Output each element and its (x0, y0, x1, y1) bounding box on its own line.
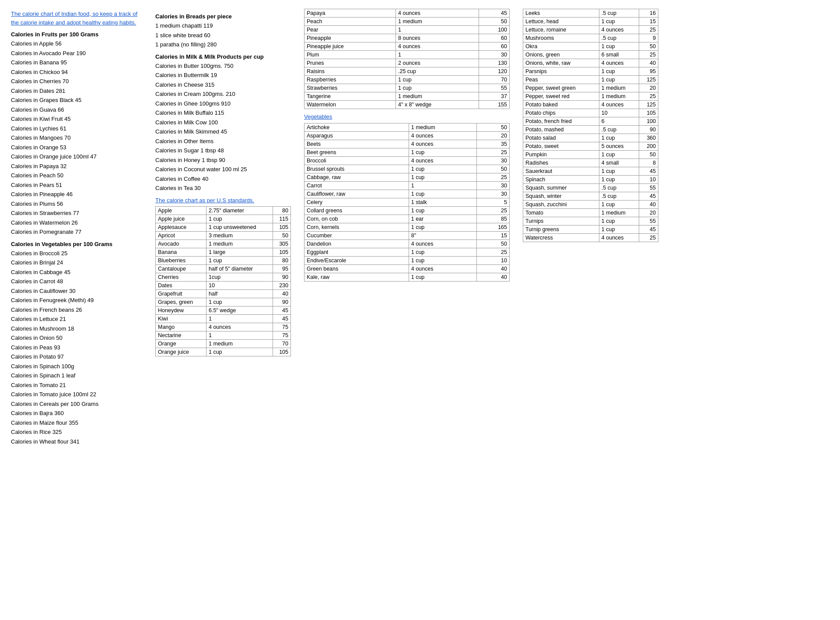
table-row: Banana1 large105 (156, 248, 291, 257)
veg-list: Calories in Broccoli 25Calories in Brinj… (11, 249, 142, 446)
table-cell: 4 ounces (409, 156, 476, 165)
table-cell: Banana (156, 248, 206, 257)
table-cell: 90 (639, 126, 658, 134)
table-cell: 8" (409, 231, 476, 240)
table-cell: 1cup (206, 273, 273, 282)
table-cell: 1 cup (599, 151, 639, 159)
table-cell: Cantaloupe (156, 265, 206, 273)
table-row: Pepper, sweet green1 medium20 (523, 84, 658, 92)
table-cell: Cucumber (304, 231, 409, 240)
table-cell: Broccoli (304, 156, 409, 165)
table-cell: 70 (273, 340, 291, 348)
list-item: 1 slice white bread 60 (155, 31, 291, 40)
table-row: Blueberries1 cup80 (156, 257, 291, 265)
table-cell: 30 (479, 51, 510, 59)
table-cell: Pineapple juice (304, 42, 396, 51)
table-cell: 30 (476, 181, 509, 190)
table-cell: 40 (639, 201, 658, 209)
vegetables-link[interactable]: Vegetables (304, 113, 510, 121)
table-cell: 75 (273, 323, 291, 331)
list-item: 1 medium chapatti 119 (155, 21, 291, 30)
table-cell: 1 cup (409, 148, 476, 156)
table-cell: Artichoke (304, 123, 409, 131)
list-item: Calories in Orange juice 100ml 47 (11, 152, 142, 161)
table-row: Prunes2 ounces130 (304, 59, 510, 67)
table-cell: 70 (479, 76, 510, 84)
table-cell: Blueberries (156, 257, 206, 265)
table-cell: 1 cup (206, 257, 273, 265)
table-row: Mango4 ounces75 (156, 323, 291, 331)
page-title[interactable]: The calorie chart of Indian food, so kee… (11, 10, 142, 27)
list-item: Calories in Sugar 1 tbsp 48 (155, 146, 291, 155)
table-cell: 55 (639, 184, 658, 192)
table-cell: Honeydew (156, 306, 206, 315)
table-row: Potato baked4 ounces125 (523, 101, 658, 109)
table-row: Strawberries1 cup55 (304, 84, 510, 92)
table-cell: Potato, french fried (523, 117, 599, 126)
table-row: Potato salad1 cup360 (523, 134, 658, 142)
list-item: Calories in Buttermilk 19 (155, 71, 291, 80)
list-item: Calories in Spinach 1 leaf (11, 371, 142, 380)
table-cell: Mushrooms (523, 34, 599, 42)
table-row: Applesauce1 cup unsweetened105 (156, 223, 291, 232)
table-cell: 1 cup (206, 348, 273, 356)
table-cell: 1 cup (409, 206, 476, 215)
list-item: Calories in Cherries 70 (11, 77, 142, 86)
table-cell: 1 ear (409, 215, 476, 223)
list-item: Calories in Papaya 32 (11, 162, 142, 171)
table-row: Radishes4 small8 (523, 159, 658, 167)
table-cell: Peach (304, 18, 396, 26)
table-cell: 1 medium (396, 92, 479, 101)
table-row: Plum130 (304, 51, 510, 59)
us-standards-link[interactable]: The calorie chart as per U.S standards. (155, 196, 291, 205)
table-row: Cantaloupehalf of 5" diameter95 (156, 265, 291, 273)
table-cell: 1 medium (599, 92, 639, 101)
table-row: Avocado1 medium305 (156, 240, 291, 248)
list-item: Calories in Spinach 100g (11, 362, 142, 371)
table-row: Beets4 ounces35 (304, 140, 510, 148)
list-item: Calories in Milk Buffalo 115 (155, 109, 291, 117)
table-cell: Potato, mashed (523, 126, 599, 134)
table-cell: 25 (476, 206, 509, 215)
table-cell: 1 medium (206, 340, 273, 348)
table-cell: 1 stalk (409, 198, 476, 206)
list-item: Calories in Honey 1 tbsp 90 (155, 156, 291, 165)
table-cell: Beets (304, 140, 409, 148)
table-row: Potato, mashed.5 cup90 (523, 126, 658, 134)
table-cell: 4 ounces (409, 240, 476, 248)
table-cell: 100 (479, 26, 510, 34)
list-item: Calories in Plums 56 (11, 200, 142, 208)
table-row: Grapes, green1 cup90 (156, 298, 291, 306)
list-item: Calories in Peach 50 (11, 171, 142, 180)
list-item: Calories in Coconut water 100 ml 25 (155, 165, 291, 174)
table-cell: 45 (639, 225, 658, 234)
table-row: Watermelon4" x 8" wedge155 (304, 101, 510, 109)
list-item: Calories in Carrot 48 (11, 277, 142, 286)
table-cell: 10 (599, 109, 639, 117)
table-cell: Beet greens (304, 148, 409, 156)
table-cell: Applesauce (156, 223, 206, 232)
table-cell: 1 cup (599, 176, 639, 184)
table-row: Orange juice1 cup105 (156, 348, 291, 356)
table-cell: 305 (273, 240, 291, 248)
table-cell: 1 medium (599, 84, 639, 92)
title-link[interactable]: The calorie chart of Indian food, so kee… (11, 11, 137, 26)
table-cell: Dates (156, 282, 206, 290)
table-row: Raspberries1 cup70 (304, 76, 510, 84)
us-link-anchor[interactable]: The calorie chart as per U.S standards. (155, 197, 254, 204)
table-cell: 4 ounces (599, 59, 639, 67)
table-cell: 1 cup (599, 18, 639, 26)
table-cell: Carrot (304, 181, 409, 190)
table-cell: 4 ounces (599, 234, 639, 242)
list-item: Calories in Grapes Black 45 (11, 96, 142, 105)
table-cell: 20 (639, 209, 658, 217)
veg-link-anchor[interactable]: Vegetables (304, 113, 332, 120)
table-cell: 8 (639, 159, 658, 167)
table-cell: 130 (479, 59, 510, 67)
table-cell: 5 (476, 198, 509, 206)
table-cell: 1 medium (409, 123, 476, 131)
table-row: Tangerine1 medium37 (304, 92, 510, 101)
table-cell: 4 ounces (599, 101, 639, 109)
table-cell: 1 medium (206, 240, 273, 248)
table-cell: 4 ounces (206, 323, 273, 331)
